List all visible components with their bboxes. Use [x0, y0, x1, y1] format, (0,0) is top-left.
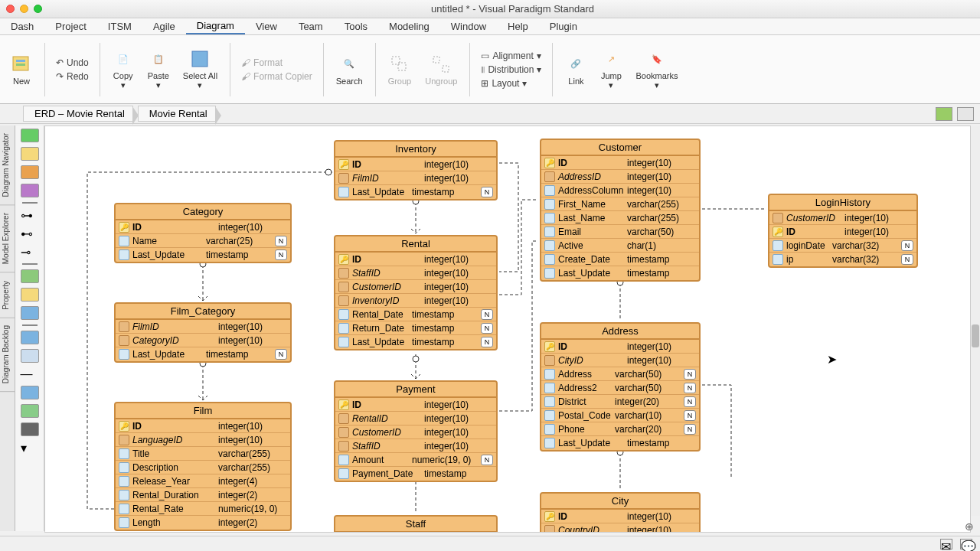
entity-column-row[interactable]: CustomerIDinteger(10) — [335, 280, 496, 294]
menu-item-window[interactable]: Window — [440, 19, 497, 34]
palette-connector-3[interactable]: ⊸ — [21, 245, 39, 259]
select-all-button[interactable]: Select All▾ — [178, 47, 222, 92]
new-button[interactable]: New — [6, 52, 37, 87]
palette-folder-blue[interactable] — [21, 331, 39, 344]
entity-column-row[interactable]: Address2varchar(50)N — [541, 381, 699, 395]
palette-table-yellow[interactable] — [21, 288, 39, 302]
minimize-button[interactable] — [20, 5, 28, 13]
entity-column-row[interactable]: Rental_DatetimestampN — [335, 308, 496, 321]
menu-item-project[interactable]: Project — [44, 19, 96, 34]
entity-column-row[interactable]: Addressvarchar(50)N — [541, 367, 699, 381]
palette-cursor[interactable] — [21, 129, 39, 142]
entity-column-row[interactable]: RentalIDinteger(10) — [335, 412, 496, 425]
maximize-button[interactable] — [34, 5, 42, 13]
entity-column-row[interactable]: Last_UpdatetimestampN — [335, 335, 496, 349]
entity-column-row[interactable]: Release_Yearinteger(4) — [116, 474, 290, 488]
palette-camera[interactable] — [21, 422, 39, 436]
entity-column-row[interactable]: Last_Namevarchar(255) — [541, 211, 699, 225]
entity-column-row[interactable]: 🔑IDinteger(10) — [335, 398, 496, 412]
redo-button[interactable]: ↷Redo — [53, 70, 92, 83]
close-button[interactable] — [6, 5, 15, 13]
flag-icon-button[interactable] — [936, 107, 952, 121]
entity-column-row[interactable]: Namevarchar(25)N — [116, 234, 290, 248]
menu-item-dash[interactable]: Dash — [0, 19, 44, 34]
entity-staff[interactable]: Staff — [334, 515, 498, 533]
entity-column-row[interactable]: 🔑IDinteger(10) — [769, 225, 916, 239]
entity-column-row[interactable]: Last_UpdatetimestampN — [116, 347, 290, 361]
palette-image[interactable] — [21, 404, 39, 418]
scrollbar-thumb[interactable] — [972, 324, 979, 347]
breadcrumb-root[interactable]: ERD – Movie Rental — [23, 106, 133, 122]
menu-item-team[interactable]: Team — [288, 19, 334, 34]
vertical-scrollbar[interactable] — [971, 126, 980, 516]
palette-connector-2[interactable]: ⊷ — [21, 227, 39, 240]
entity-inventory[interactable]: Inventory🔑IDinteger(10)FilmIDinteger(10)… — [334, 140, 498, 201]
entity-column-row[interactable]: CategoryIDinteger(10) — [116, 334, 290, 347]
palette-chevron-down-icon[interactable]: ▾ — [21, 441, 39, 455]
distribution-button[interactable]: ⫴Distribution ▾ — [478, 64, 544, 76]
search-button[interactable]: 🔍Search — [332, 52, 368, 87]
entity-column-row[interactable]: Descriptionvarchar(255) — [116, 461, 290, 474]
entity-film[interactable]: Film🔑IDinteger(10)LanguageIDinteger(10)T… — [114, 402, 292, 531]
menu-item-plugin[interactable]: Plugin — [539, 19, 588, 34]
entity-column-row[interactable]: Last_UpdatetimestampN — [116, 248, 290, 262]
entity-column-row[interactable]: AddressColumninteger(10) — [541, 184, 699, 197]
entity-column-row[interactable]: Lengthinteger(2) — [116, 516, 290, 530]
entity-city[interactable]: City🔑IDinteger(10)CountryIDinteger(10) — [540, 492, 701, 533]
menu-item-modeling[interactable]: Modeling — [378, 19, 440, 34]
side-tab-model-explorer[interactable]: Model Explorer — [0, 205, 15, 272]
entity-column-row[interactable]: CustomerIDinteger(10) — [335, 425, 496, 439]
entity-column-row[interactable]: Last_UpdatetimestampN — [335, 185, 496, 199]
entity-column-row[interactable]: CustomerIDinteger(10) — [769, 211, 916, 225]
entity-column-row[interactable]: 🔑IDinteger(10) — [335, 158, 496, 171]
palette-folder-light[interactable] — [21, 349, 39, 363]
entity-column-row[interactable]: Phonevarchar(20)N — [541, 422, 699, 436]
entity-rental[interactable]: Rental🔑IDinteger(10)StaffIDinteger(10)Cu… — [334, 235, 498, 350]
entity-column-row[interactable]: InventoryIDinteger(10) — [335, 294, 496, 308]
jump-button[interactable]: ↗Jump▾ — [596, 47, 626, 92]
entity-column-row[interactable]: FilmIDinteger(10) — [335, 171, 496, 185]
entity-column-row[interactable]: CountryIDinteger(10) — [541, 523, 699, 533]
palette-entity-orange[interactable] — [21, 165, 39, 179]
side-tab-diagram-backlog[interactable]: Diagram Backlog — [0, 318, 15, 392]
diagram-canvas[interactable]: Category🔑IDinteger(10)Namevarchar(25)NLa… — [44, 126, 971, 533]
entity-column-row[interactable]: ipvarchar(32)N — [769, 253, 916, 266]
entity-column-row[interactable]: StaffIDinteger(10) — [335, 439, 496, 453]
palette-connector-1[interactable]: ⊶ — [21, 208, 39, 222]
palette-box[interactable] — [21, 386, 39, 399]
entity-column-row[interactable]: Payment_Datetimestamp — [335, 467, 496, 481]
menu-item-diagram[interactable]: Diagram — [186, 18, 245, 34]
entity-column-row[interactable]: Emailvarchar(50) — [541, 225, 699, 239]
entity-column-row[interactable]: Last_Updatetimestamp — [541, 436, 699, 450]
entity-column-row[interactable]: First_Namevarchar(255) — [541, 197, 699, 211]
layout-button[interactable]: ⊞Layout ▾ — [478, 77, 544, 90]
entity-column-row[interactable]: StaffIDinteger(10) — [335, 266, 496, 280]
menu-item-help[interactable]: Help — [497, 19, 539, 34]
entity-customer[interactable]: Customer🔑IDinteger(10)AddressIDinteger(1… — [540, 139, 701, 282]
feedback-icon[interactable]: 💬 — [960, 539, 972, 549]
entity-column-row[interactable]: Last_Updatetimestamp — [541, 266, 699, 280]
entity-film_category[interactable]: Film_CategoryFilmIDinteger(10)CategoryID… — [114, 302, 292, 363]
entity-column-row[interactable]: CityIDinteger(10) — [541, 354, 699, 367]
entity-address[interactable]: Address🔑IDinteger(10)CityIDinteger(10)Ad… — [540, 322, 701, 452]
palette-line[interactable]: — — [21, 367, 39, 381]
menu-item-tools[interactable]: Tools — [334, 19, 378, 34]
entity-column-row[interactable]: Return_DatetimestampN — [335, 321, 496, 335]
undo-button[interactable]: ↶Undo — [53, 57, 92, 69]
entity-column-row[interactable]: 🔑IDinteger(10) — [541, 510, 699, 523]
palette-entity-yellow[interactable] — [21, 147, 39, 161]
entity-column-row[interactable]: FilmIDinteger(10) — [116, 320, 290, 334]
resize-handle-icon[interactable]: ⊕ — [965, 520, 974, 533]
entity-category[interactable]: Category🔑IDinteger(10)Namevarchar(25)NLa… — [114, 203, 292, 263]
entity-column-row[interactable]: AddressIDinteger(10) — [541, 170, 699, 184]
entity-column-row[interactable]: Create_Datetimestamp — [541, 253, 699, 266]
mail-icon[interactable]: ✉ — [940, 539, 952, 549]
entity-column-row[interactable]: Postal_Codevarchar(10)N — [541, 409, 699, 422]
side-tab-property[interactable]: Property — [0, 273, 15, 318]
palette-table-blue[interactable] — [21, 306, 39, 320]
copy-button[interactable]: 📄Copy▾ — [108, 47, 139, 92]
entity-column-row[interactable]: 🔑IDinteger(10) — [335, 253, 496, 266]
entity-payment[interactable]: Payment🔑IDinteger(10)RentalIDinteger(10)… — [334, 380, 498, 482]
entity-column-row[interactable]: Rental_Durationinteger(2) — [116, 488, 290, 502]
menu-item-itsm[interactable]: ITSM — [97, 19, 142, 34]
